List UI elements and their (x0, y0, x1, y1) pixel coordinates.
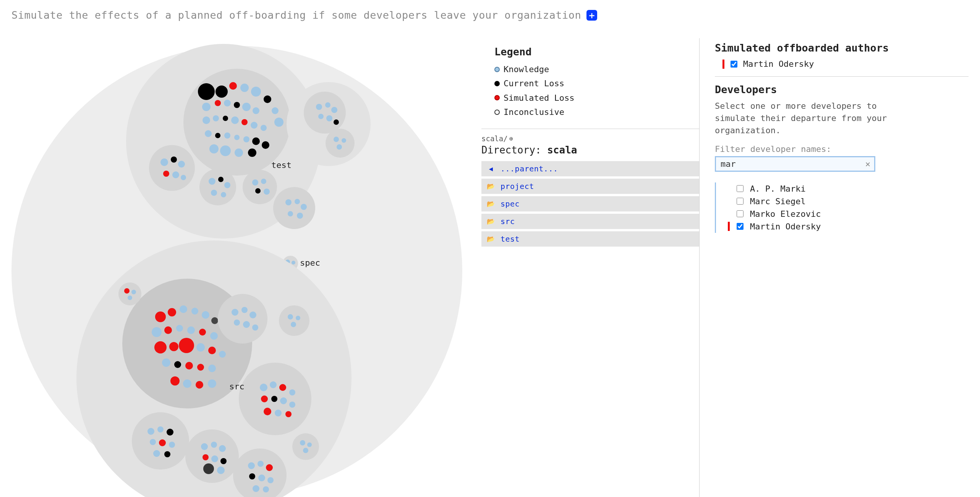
svg-point-143 (219, 445, 226, 452)
svg-point-22 (251, 122, 258, 129)
svg-point-28 (243, 136, 249, 142)
developer-checkbox[interactable] (737, 210, 744, 217)
svg-point-77 (155, 311, 166, 322)
svg-point-65 (326, 115, 332, 121)
svg-point-49 (252, 179, 258, 186)
breadcrumb[interactable]: scala/ ⊕ (481, 134, 699, 143)
filter-input[interactable] (720, 159, 865, 169)
svg-point-6 (240, 84, 249, 92)
folder-icon: 📂 (487, 235, 495, 243)
developers-desc: Select one or more developers to simulat… (715, 100, 898, 137)
svg-point-45 (224, 182, 230, 188)
directory-entry-row[interactable]: 📂 spec (481, 196, 699, 211)
svg-point-134 (167, 429, 173, 436)
svg-point-40 (172, 171, 179, 178)
svg-point-115 (279, 305, 309, 336)
svg-point-41 (181, 175, 186, 180)
viz-label-src: src (229, 382, 245, 391)
legend-item-label: Knowledge (504, 62, 549, 76)
offboarded-checkbox[interactable] (731, 61, 737, 68)
svg-point-35 (149, 145, 195, 191)
svg-point-127 (289, 402, 295, 408)
svg-point-153 (249, 473, 255, 479)
svg-point-124 (261, 395, 268, 402)
svg-point-121 (270, 381, 277, 388)
up-arrow-icon[interactable]: ⊕ (509, 135, 513, 142)
directory-entry-label: test (501, 234, 520, 244)
directory-entry-row[interactable]: 📂 test (481, 231, 699, 247)
directory-entry-label: spec (501, 199, 520, 208)
developer-checkbox[interactable] (737, 185, 744, 192)
svg-point-129 (275, 410, 282, 416)
svg-point-151 (258, 461, 264, 467)
svg-point-104 (118, 282, 141, 305)
svg-point-52 (264, 189, 270, 195)
developer-row[interactable]: Martin Odersky (730, 220, 969, 233)
svg-point-148 (217, 466, 225, 474)
legend-item-label: Simulated Loss (504, 91, 574, 105)
svg-point-110 (241, 307, 248, 313)
developer-name: Martin Odersky (750, 222, 821, 231)
filter-input-wrapper: ✕ (715, 156, 875, 172)
svg-point-61 (316, 104, 322, 110)
svg-point-100 (170, 376, 180, 386)
svg-point-17 (202, 116, 210, 124)
developer-row[interactable]: Marc Siegel (730, 195, 969, 208)
svg-point-97 (185, 362, 193, 370)
svg-point-111 (249, 311, 256, 318)
directory-entry-row[interactable]: 📂 project (481, 179, 699, 194)
svg-point-32 (235, 148, 243, 157)
directory-parent-row[interactable]: ◀ ...parent... (481, 161, 699, 176)
developer-row[interactable]: A. P. Marki (730, 182, 969, 195)
svg-point-152 (266, 464, 273, 471)
svg-point-117 (296, 316, 300, 320)
svg-point-24 (205, 130, 212, 137)
svg-point-7 (251, 87, 261, 97)
svg-point-21 (241, 119, 248, 125)
svg-point-80 (191, 308, 198, 315)
svg-point-83 (152, 327, 162, 337)
offboarded-list: Martin Odersky (715, 58, 969, 69)
svg-point-15 (242, 103, 251, 111)
folder-icon: 📂 (487, 218, 495, 225)
svg-point-20 (231, 116, 239, 124)
svg-point-68 (334, 137, 339, 142)
svg-point-62 (325, 102, 330, 108)
svg-point-91 (179, 338, 194, 353)
svg-point-103 (208, 379, 216, 388)
developer-checkbox[interactable] (737, 223, 744, 230)
svg-point-113 (243, 321, 250, 328)
viz-label-test: test (271, 160, 292, 170)
svg-point-141 (201, 443, 208, 450)
svg-point-139 (164, 451, 170, 457)
directory-entry-label: ...parent... (501, 164, 558, 173)
svg-point-92 (196, 343, 205, 352)
svg-point-8 (264, 95, 271, 103)
svg-point-140 (185, 429, 239, 483)
svg-point-79 (180, 305, 187, 313)
svg-point-47 (221, 192, 226, 197)
svg-point-159 (300, 440, 305, 445)
svg-point-10 (274, 118, 283, 127)
svg-point-157 (263, 486, 269, 492)
svg-point-99 (208, 365, 216, 372)
svg-point-29 (252, 137, 260, 145)
svg-point-93 (208, 347, 216, 354)
svg-point-135 (150, 439, 156, 445)
directory-entry-row[interactable]: 📂 src (481, 214, 699, 229)
svg-point-27 (234, 135, 240, 140)
circle-pack-visualization[interactable]: test spec (11, 38, 481, 497)
svg-point-112 (234, 320, 240, 326)
clear-filter-icon[interactable]: ✕ (865, 159, 870, 169)
expand-heading-button[interactable]: ＋ (586, 10, 597, 21)
svg-point-154 (258, 474, 265, 481)
offboarded-author-row[interactable]: Martin Odersky (722, 58, 969, 69)
svg-point-25 (215, 133, 220, 138)
svg-point-14 (234, 102, 240, 108)
svg-point-85 (176, 325, 183, 332)
developer-checkbox[interactable] (737, 198, 744, 205)
developer-row[interactable]: Marko Elezovic (730, 208, 969, 220)
svg-point-53 (273, 187, 315, 229)
svg-point-107 (128, 295, 132, 300)
svg-point-42 (199, 169, 236, 205)
